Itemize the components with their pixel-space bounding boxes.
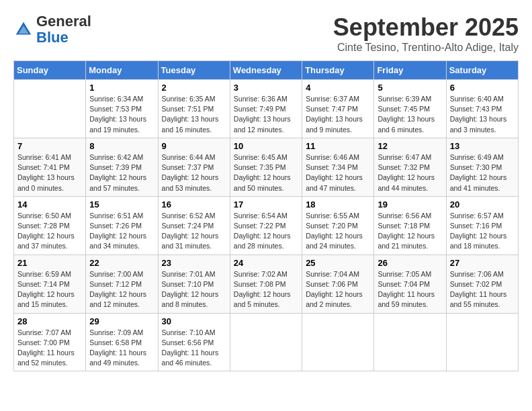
- day-info: Sunrise: 6:40 AMSunset: 7:43 PMDaylight:…: [450, 94, 515, 135]
- day-number: 23: [162, 258, 226, 268]
- day-number: 19: [378, 199, 442, 210]
- day-info: Sunrise: 6:46 AMSunset: 7:34 PMDaylight:…: [306, 152, 370, 193]
- day-number: 8: [89, 141, 154, 151]
- day-info: Sunrise: 6:36 AMSunset: 7:49 PMDaylight:…: [234, 94, 298, 135]
- calendar-cell: 13Sunrise: 6:49 AMSunset: 7:30 PMDayligh…: [446, 138, 518, 196]
- day-info: Sunrise: 6:52 AMSunset: 7:24 PMDaylight:…: [162, 211, 226, 252]
- weekday-header-row: SundayMondayTuesdayWednesdayThursdayFrid…: [14, 61, 519, 80]
- calendar-cell: 27Sunrise: 7:06 AMSunset: 7:02 PMDayligh…: [446, 255, 518, 313]
- day-info: Sunrise: 6:55 AMSunset: 7:20 PMDaylight:…: [306, 211, 370, 252]
- calendar-cell: 6Sunrise: 6:40 AMSunset: 7:43 PMDaylight…: [446, 80, 518, 138]
- calendar-cell: 30Sunrise: 7:10 AMSunset: 6:56 PMDayligh…: [158, 313, 230, 371]
- logo-general: General: [36, 13, 91, 30]
- weekday-header-tuesday: Tuesday: [158, 61, 230, 80]
- calendar-cell: 26Sunrise: 7:05 AMSunset: 7:04 PMDayligh…: [374, 255, 446, 313]
- day-info: Sunrise: 6:35 AMSunset: 7:51 PMDaylight:…: [162, 94, 226, 135]
- day-number: 2: [162, 83, 226, 93]
- day-info: Sunrise: 6:37 AMSunset: 7:47 PMDaylight:…: [306, 94, 370, 135]
- calendar-cell: 3Sunrise: 6:36 AMSunset: 7:49 PMDaylight…: [230, 80, 302, 138]
- day-info: Sunrise: 6:59 AMSunset: 7:14 PMDaylight:…: [17, 269, 82, 310]
- calendar-cell: 19Sunrise: 6:56 AMSunset: 7:18 PMDayligh…: [374, 196, 446, 255]
- day-number: 4: [306, 83, 370, 93]
- calendar-week-row: 1Sunrise: 6:34 AMSunset: 7:53 PMDaylight…: [14, 80, 519, 138]
- day-number: 5: [378, 83, 442, 93]
- day-number: 22: [89, 258, 154, 268]
- day-info: Sunrise: 7:09 AMSunset: 6:58 PMDaylight:…: [89, 328, 154, 369]
- day-info: Sunrise: 6:47 AMSunset: 7:32 PMDaylight:…: [378, 152, 442, 193]
- day-info: Sunrise: 6:42 AMSunset: 7:39 PMDaylight:…: [89, 152, 154, 193]
- day-number: 20: [450, 199, 515, 210]
- day-number: 12: [378, 141, 442, 151]
- day-number: 15: [89, 199, 154, 210]
- weekday-header-wednesday: Wednesday: [230, 61, 302, 80]
- calendar-cell: 28Sunrise: 7:07 AMSunset: 7:00 PMDayligh…: [14, 313, 86, 371]
- weekday-header-friday: Friday: [374, 61, 446, 80]
- day-info: Sunrise: 6:57 AMSunset: 7:16 PMDaylight:…: [450, 211, 515, 252]
- calendar-cell: 21Sunrise: 6:59 AMSunset: 7:14 PMDayligh…: [14, 255, 86, 313]
- logo-blue: Blue: [36, 29, 69, 46]
- logo: General Blue: [13, 13, 91, 46]
- day-number: 9: [162, 141, 226, 151]
- day-number: 28: [17, 316, 82, 326]
- day-number: 29: [89, 316, 154, 326]
- weekday-header-saturday: Saturday: [446, 61, 518, 80]
- day-info: Sunrise: 7:10 AMSunset: 6:56 PMDaylight:…: [162, 328, 226, 369]
- day-info: Sunrise: 6:34 AMSunset: 7:53 PMDaylight:…: [89, 94, 154, 135]
- day-number: 3: [234, 83, 298, 93]
- day-number: 10: [234, 141, 298, 151]
- calendar-cell: 25Sunrise: 7:04 AMSunset: 7:06 PMDayligh…: [302, 255, 374, 313]
- day-number: 16: [162, 199, 226, 210]
- calendar-cell: 5Sunrise: 6:39 AMSunset: 7:45 PMDaylight…: [374, 80, 446, 138]
- calendar-cell: 11Sunrise: 6:46 AMSunset: 7:34 PMDayligh…: [302, 138, 374, 196]
- day-info: Sunrise: 6:49 AMSunset: 7:30 PMDaylight:…: [450, 152, 515, 193]
- calendar-cell: 2Sunrise: 6:35 AMSunset: 7:51 PMDaylight…: [158, 80, 230, 138]
- day-info: Sunrise: 7:01 AMSunset: 7:10 PMDaylight:…: [162, 269, 226, 310]
- day-number: 24: [234, 258, 298, 268]
- title-block: September 2025 Cinte Tesino, Trentino-Al…: [333, 13, 519, 54]
- day-info: Sunrise: 6:45 AMSunset: 7:35 PMDaylight:…: [234, 152, 298, 193]
- calendar-cell: 9Sunrise: 6:44 AMSunset: 7:37 PMDaylight…: [158, 138, 230, 196]
- logo-text: General Blue: [36, 13, 91, 46]
- calendar-cell: 17Sunrise: 6:54 AMSunset: 7:22 PMDayligh…: [230, 196, 302, 255]
- day-number: 25: [306, 258, 370, 268]
- day-number: 14: [17, 199, 82, 210]
- day-number: 26: [378, 258, 442, 268]
- day-number: 18: [306, 199, 370, 210]
- day-info: Sunrise: 6:51 AMSunset: 7:26 PMDaylight:…: [89, 211, 154, 252]
- calendar-cell: [446, 313, 518, 371]
- calendar-week-row: 7Sunrise: 6:41 AMSunset: 7:41 PMDaylight…: [14, 138, 519, 196]
- calendar-cell: 29Sunrise: 7:09 AMSunset: 6:58 PMDayligh…: [86, 313, 158, 371]
- day-info: Sunrise: 7:02 AMSunset: 7:08 PMDaylight:…: [234, 269, 298, 310]
- calendar-cell: [302, 313, 374, 371]
- day-info: Sunrise: 6:44 AMSunset: 7:37 PMDaylight:…: [162, 152, 226, 193]
- calendar-week-row: 21Sunrise: 6:59 AMSunset: 7:14 PMDayligh…: [14, 255, 519, 313]
- weekday-header-thursday: Thursday: [302, 61, 374, 80]
- calendar-cell: 15Sunrise: 6:51 AMSunset: 7:26 PMDayligh…: [86, 196, 158, 255]
- day-number: 1: [89, 83, 154, 93]
- calendar-cell: [374, 313, 446, 371]
- day-number: 21: [17, 258, 82, 268]
- calendar-table: SundayMondayTuesdayWednesdayThursdayFrid…: [13, 60, 519, 371]
- calendar-cell: 24Sunrise: 7:02 AMSunset: 7:08 PMDayligh…: [230, 255, 302, 313]
- calendar-cell: 4Sunrise: 6:37 AMSunset: 7:47 PMDaylight…: [302, 80, 374, 138]
- day-number: 30: [162, 316, 226, 326]
- day-info: Sunrise: 6:41 AMSunset: 7:41 PMDaylight:…: [17, 152, 82, 193]
- calendar-cell: 14Sunrise: 6:50 AMSunset: 7:28 PMDayligh…: [14, 196, 86, 255]
- day-number: 6: [450, 83, 515, 93]
- weekday-header-monday: Monday: [86, 61, 158, 80]
- calendar-week-row: 14Sunrise: 6:50 AMSunset: 7:28 PMDayligh…: [14, 196, 519, 255]
- calendar-cell: 7Sunrise: 6:41 AMSunset: 7:41 PMDaylight…: [14, 138, 86, 196]
- month-title: September 2025: [333, 13, 519, 42]
- day-number: 7: [17, 141, 82, 151]
- day-info: Sunrise: 6:54 AMSunset: 7:22 PMDaylight:…: [234, 211, 298, 252]
- calendar-cell: 1Sunrise: 6:34 AMSunset: 7:53 PMDaylight…: [86, 80, 158, 138]
- calendar-cell: 10Sunrise: 6:45 AMSunset: 7:35 PMDayligh…: [230, 138, 302, 196]
- day-info: Sunrise: 7:07 AMSunset: 7:00 PMDaylight:…: [17, 328, 82, 369]
- day-number: 17: [234, 199, 298, 210]
- location-title: Cinte Tesino, Trentino-Alto Adige, Italy: [333, 42, 519, 54]
- calendar-cell: [14, 80, 86, 138]
- logo-icon: [13, 19, 34, 40]
- calendar-cell: 8Sunrise: 6:42 AMSunset: 7:39 PMDaylight…: [86, 138, 158, 196]
- day-info: Sunrise: 7:00 AMSunset: 7:12 PMDaylight:…: [89, 269, 154, 310]
- calendar-cell: 20Sunrise: 6:57 AMSunset: 7:16 PMDayligh…: [446, 196, 518, 255]
